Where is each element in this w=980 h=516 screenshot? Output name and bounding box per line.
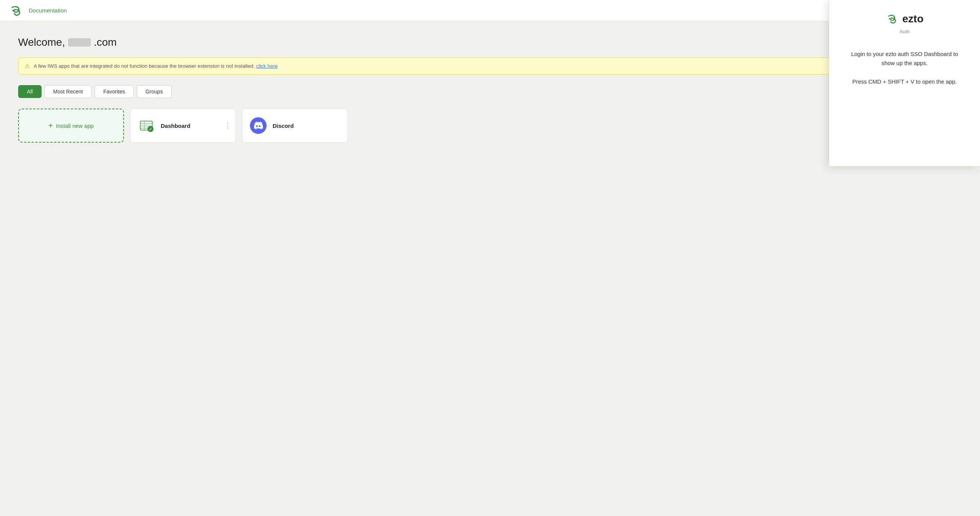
discord-app-card[interactable]: Discord bbox=[242, 108, 348, 143]
documentation-link[interactable]: Documentation bbox=[29, 7, 67, 14]
dashboard-app-name: Dashboard bbox=[161, 123, 190, 129]
app-grid: + Install new app ✓ Dashboard ⋮ bbox=[18, 108, 962, 143]
header-left: Documentation bbox=[9, 3, 67, 18]
discord-app-icon bbox=[250, 117, 267, 134]
user-name-blur bbox=[68, 38, 91, 46]
tab-groups[interactable]: Groups bbox=[137, 85, 172, 98]
welcome-row: Welcome, .com bbox=[18, 36, 962, 48]
install-plus-icon: + bbox=[48, 121, 53, 130]
filter-tabs: All Most Recent Favorites Groups bbox=[18, 85, 962, 98]
ezto-auth-popup: ezto Auth Login to your ezto auth SSO Da… bbox=[829, 0, 980, 166]
popup-logo-text: ezto bbox=[902, 13, 924, 25]
discord-app-name: Discord bbox=[273, 123, 294, 129]
dashboard-app-icon: ✓ bbox=[138, 117, 154, 134]
welcome-prefix: Welcome, bbox=[18, 36, 65, 48]
dashboard-app-card[interactable]: ✓ Dashboard ⋮ bbox=[130, 108, 236, 143]
popup-logo-icon bbox=[886, 12, 899, 26]
svg-text:✓: ✓ bbox=[149, 127, 152, 131]
popup-logo-row: ezto bbox=[886, 12, 924, 26]
dashboard-app-more-icon[interactable]: ⋮ bbox=[224, 121, 231, 130]
install-new-app-card[interactable]: + Install new app bbox=[18, 108, 124, 143]
popup-shortcut: Press CMD + SHIFT + V to open the app. bbox=[852, 78, 957, 85]
tab-all[interactable]: All bbox=[18, 85, 41, 98]
tab-favorites[interactable]: Favorites bbox=[94, 85, 134, 98]
popup-message: Login to your ezto auth SSO Dashboard to… bbox=[851, 49, 958, 68]
warning-banner: ⚠ A few IWS apps that are integrated do … bbox=[18, 57, 962, 75]
svg-rect-1 bbox=[140, 123, 153, 124]
warning-message: A few IWS apps that are integrated do no… bbox=[33, 63, 277, 69]
warning-link[interactable]: click here bbox=[256, 63, 277, 69]
tab-most-recent[interactable]: Most Recent bbox=[45, 85, 92, 98]
svg-rect-4 bbox=[144, 121, 145, 130]
warning-icon: ⚠ bbox=[25, 62, 30, 70]
logo-icon bbox=[9, 3, 24, 18]
popup-subtitle: Auth bbox=[899, 29, 910, 34]
install-new-app-label: Install new app bbox=[56, 123, 94, 129]
welcome-domain: .com bbox=[94, 36, 117, 48]
